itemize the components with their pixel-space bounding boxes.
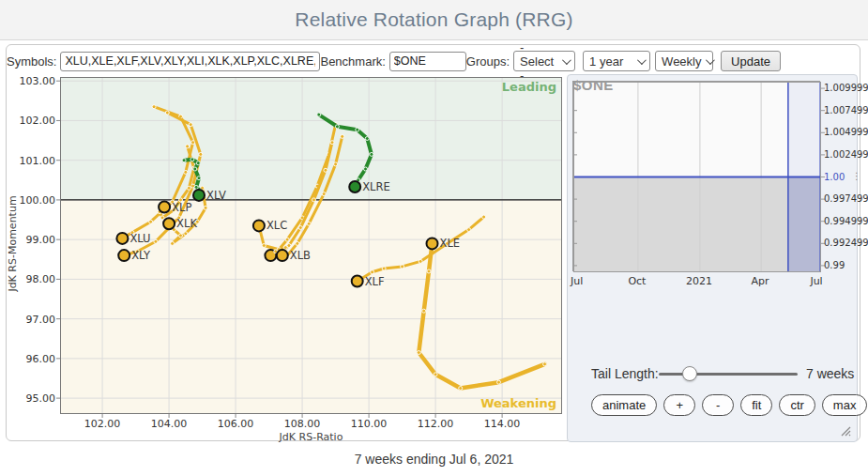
rrg-marker-label: XLB (290, 249, 311, 262)
tail-length-row: Tail Length: 7 weeks (568, 364, 857, 383)
trail-point (382, 267, 386, 270)
trail-point (190, 158, 194, 161)
y-tick-label: 97.00 (10, 314, 55, 326)
trail-point (364, 167, 368, 171)
trail-point (204, 206, 207, 209)
trail-point (187, 186, 190, 190)
update-button[interactable]: Update (721, 51, 781, 71)
quadrant-label-leading: Leading (502, 80, 556, 94)
trail-point (417, 351, 420, 355)
rrg-marker-label: XLF (365, 275, 385, 288)
trail-point (482, 215, 486, 219)
fit-button[interactable]: fit (740, 394, 772, 416)
rrg-marker-label: XLY (131, 249, 151, 262)
trail-point (184, 170, 188, 174)
trail-point (419, 259, 422, 263)
trail-point (189, 123, 192, 127)
trail-point (199, 152, 203, 156)
rrg-marker-XLV[interactable] (193, 190, 205, 201)
trail-point (459, 387, 463, 391)
animate-button[interactable]: animate (591, 394, 657, 416)
groups-select[interactable]: - Select - (513, 51, 575, 71)
x-tick-label: 112.00 (418, 418, 454, 430)
y-tick-label: 103.00 (10, 75, 55, 87)
max-button[interactable]: max (822, 394, 868, 416)
benchmark-x-tick-label: Jul (571, 275, 583, 287)
toolbar: Symbols: Benchmark: Groups: - Select - 1… (7, 50, 860, 72)
benchmark-y-tick-label: 0.9949999 (824, 216, 861, 226)
trail-point (543, 362, 547, 366)
trail-point (191, 141, 195, 145)
y-tick-label: 101.00 (10, 155, 55, 167)
trail-point (193, 167, 197, 171)
rrg-marker-XLU[interactable] (116, 233, 128, 244)
interval-select-value: Weekly (662, 54, 701, 69)
symbols-label: Symbols: (7, 54, 56, 69)
trail-point (434, 373, 437, 376)
chart-buttons: animate+-fitctrmax (591, 394, 867, 416)
rrg-marker-XLK[interactable] (163, 218, 175, 229)
tail-length-value: 7 weeks (806, 366, 854, 381)
x-tick-label: 114.00 (484, 418, 521, 430)
benchmark-y-tick-label: 1.0099999 (824, 83, 861, 93)
zoom-out-button[interactable]: - (702, 394, 734, 416)
period-select-value: 1 year (589, 54, 623, 69)
benchmark-area-fill (573, 177, 821, 273)
x-tick-label: 102.00 (84, 418, 121, 430)
y-tick-label: 102.00 (10, 115, 55, 127)
rrg-marker-XLRE[interactable] (349, 181, 360, 192)
trail-point (184, 232, 188, 236)
rrg-marker-label: XLC (266, 219, 287, 232)
trail-point (312, 198, 316, 202)
trail-point (196, 161, 200, 165)
benchmark-symbol-label: $ONE (573, 77, 614, 93)
groups-select-value: - Select - (520, 40, 557, 83)
groups-label: Groups: (466, 54, 510, 69)
trail-point (298, 226, 302, 230)
benchmark-chart-canvas[interactable] (572, 81, 820, 271)
benchmark-panel: $ONE 1.00999991.00749991.00499991.002499… (567, 74, 858, 442)
slider-handle[interactable] (682, 366, 697, 381)
page-title: Relative Rotation Graph (RRG) (295, 8, 572, 31)
rrg-marker-XLY[interactable] (118, 250, 129, 261)
quadrant-leading-bg (60, 77, 562, 200)
ctr-button[interactable]: ctr (779, 394, 815, 416)
x-tick-label: 108.00 (284, 418, 321, 430)
rrg-marker-XLP[interactable] (159, 202, 170, 213)
rrg-marker-XLB[interactable] (277, 250, 288, 261)
benchmark-input[interactable] (389, 52, 466, 71)
period-select[interactable]: 1 year (583, 51, 650, 71)
selected-range-upper (788, 82, 821, 177)
trail-point (307, 222, 311, 225)
tail-length-slider[interactable] (659, 373, 798, 376)
zoom-in-button[interactable]: + (663, 394, 695, 416)
resize-handle-icon[interactable] (839, 424, 851, 437)
benchmark-y-tick-label: 1.0049999 (824, 127, 861, 137)
x-tick-label: 104.00 (151, 418, 188, 430)
interval-select[interactable]: Weekly (655, 51, 713, 71)
rrg-marker-label: XLE (440, 237, 461, 250)
title-bar: Relative Rotation Graph (RRG) (0, 0, 868, 40)
trail-point (356, 128, 359, 131)
trail-point (171, 241, 175, 245)
y-tick-label: 96.00 (10, 353, 55, 365)
trail-point (322, 192, 326, 196)
trail-point (283, 246, 287, 250)
x-tick-label: 106.00 (218, 418, 254, 430)
benchmark-y-tick-label: 0.9974999 (824, 193, 861, 204)
rrg-chart-canvas[interactable]: XLUXLYXLPXLKXLVXLCXLBXLREXLFXLELeadingWe… (60, 77, 562, 414)
symbols-input[interactable] (60, 52, 320, 71)
rrg-marker-XLE[interactable] (427, 238, 438, 249)
rrg-marker-XLF[interactable] (352, 276, 363, 287)
trail-point (179, 234, 183, 238)
trail-point (370, 152, 373, 156)
y-tick-label: 98.00 (10, 273, 55, 285)
rrg-marker-XLC[interactable] (253, 220, 265, 231)
quadrant-label-weakening: Weakening (480, 396, 556, 410)
trail-point (330, 141, 334, 145)
benchmark-x-tick-label: Jul (810, 275, 822, 287)
trail-point (497, 380, 501, 384)
trail-point (335, 125, 339, 129)
trail-point (341, 134, 344, 138)
drag-dots-icon[interactable]: ⋮ (852, 171, 860, 181)
